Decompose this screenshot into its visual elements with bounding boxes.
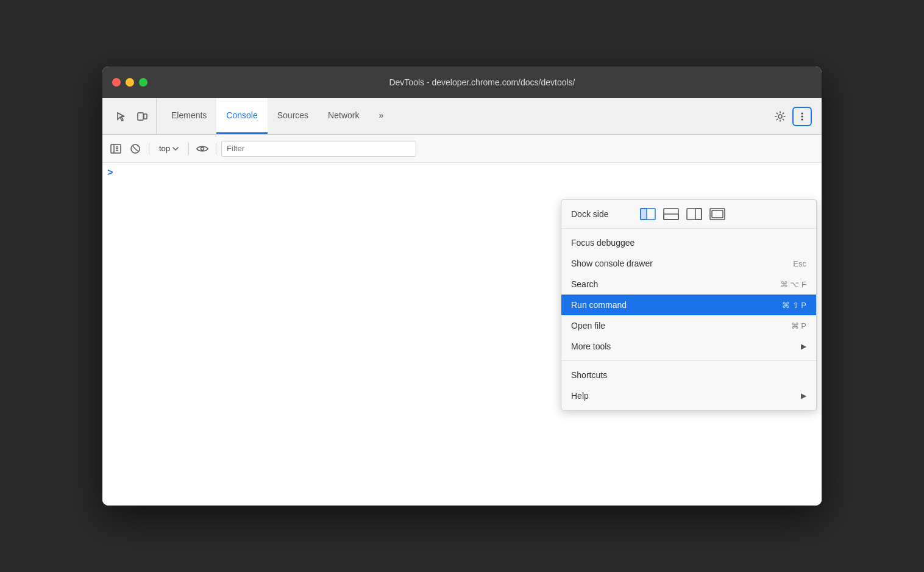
menu-main-section: Focus debuggee Show console drawer Esc S… (561, 229, 816, 361)
menu-run-command[interactable]: Run command ⌘ ⇧ P (561, 295, 816, 315)
show-sidebar-button[interactable] (107, 140, 124, 157)
tabs-spacer (393, 98, 766, 134)
context-selector[interactable]: top (154, 142, 183, 155)
eye-button[interactable] (194, 140, 211, 157)
toolbar-divider-2 (188, 143, 189, 155)
svg-point-3 (801, 112, 803, 114)
svg-point-13 (201, 147, 204, 150)
svg-rect-21 (712, 210, 723, 218)
dock-side-label: Dock side (571, 209, 632, 219)
device-toolbar-button[interactable] (133, 107, 151, 126)
svg-rect-0 (138, 113, 143, 120)
svg-rect-19 (695, 209, 702, 220)
menu-more-tools[interactable]: More tools ▶ (561, 336, 816, 357)
svg-point-4 (801, 115, 803, 117)
settings-button[interactable] (770, 107, 790, 126)
menu-open-file[interactable]: Open file ⌘ P (561, 315, 816, 336)
tab-icon-group (107, 98, 157, 134)
menu-focus-debuggee[interactable]: Focus debuggee (561, 232, 816, 253)
svg-rect-18 (687, 209, 702, 220)
svg-point-5 (801, 118, 803, 120)
tab-console[interactable]: Console (216, 98, 267, 134)
dropdown-menu: Dock side (561, 199, 817, 410)
minimize-button[interactable] (126, 78, 134, 87)
main-content: > Dock side (102, 163, 822, 506)
menu-help[interactable]: Help ▶ (561, 385, 816, 406)
tab-more[interactable]: » (369, 98, 393, 134)
svg-rect-17 (664, 214, 678, 220)
svg-rect-15 (641, 209, 647, 220)
toolbar-divider (149, 143, 149, 155)
tabs-bar: Elements Console Sources Network » (102, 98, 822, 135)
prompt-arrow: > (107, 168, 113, 179)
clear-console-button[interactable] (127, 140, 144, 157)
filter-input[interactable] (221, 141, 416, 157)
console-toolbar: top (102, 135, 822, 163)
menu-bottom-section: Shortcuts Help ▶ (561, 361, 816, 410)
close-button[interactable] (112, 78, 121, 87)
menu-search[interactable]: Search ⌘ ⌥ F (561, 274, 816, 295)
dock-right-icon[interactable] (686, 207, 703, 221)
svg-rect-1 (144, 114, 147, 119)
tab-elements[interactable]: Elements (162, 98, 216, 134)
svg-point-2 (778, 115, 782, 118)
console-prompt: > (107, 168, 817, 179)
menu-show-console-drawer[interactable]: Show console drawer Esc (561, 253, 816, 274)
devtools-body: Elements Console Sources Network » (102, 98, 822, 506)
window-title: DevTools - developer.chrome.com/docs/dev… (152, 77, 812, 87)
maximize-button[interactable] (139, 78, 147, 87)
dock-side-row: Dock side (561, 204, 816, 224)
inspect-element-button[interactable] (112, 107, 130, 126)
menu-shortcuts[interactable]: Shortcuts (561, 365, 816, 385)
tab-network[interactable]: Network (318, 98, 369, 134)
dock-icons (639, 207, 726, 221)
customize-button[interactable] (792, 107, 812, 126)
tabs-right (766, 98, 817, 134)
toolbar-divider-3 (216, 143, 216, 155)
devtools-window: DevTools - developer.chrome.com/docs/dev… (102, 66, 822, 506)
titlebar: DevTools - developer.chrome.com/docs/dev… (102, 66, 822, 98)
dock-left-icon[interactable] (639, 207, 656, 221)
svg-line-12 (133, 146, 138, 151)
undock-icon[interactable] (709, 207, 726, 221)
dock-side-section: Dock side (561, 200, 816, 229)
dock-bottom-icon[interactable] (663, 207, 680, 221)
tab-sources[interactable]: Sources (268, 98, 318, 134)
